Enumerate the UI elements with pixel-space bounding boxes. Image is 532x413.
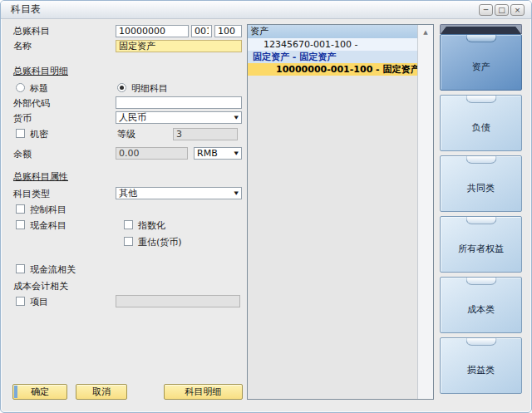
account-category-cabinet: 资产 负债 共同类 所有者权益 成本类 损益类	[440, 24, 522, 398]
drawer-label: 成本类	[441, 303, 521, 316]
control-account-checkbox[interactable]	[16, 204, 25, 214]
balance-currency-value: RMB	[197, 148, 218, 159]
tree-header-assets[interactable]: 资产	[248, 25, 417, 38]
external-code-input[interactable]	[116, 96, 242, 109]
level-label: 等级	[117, 129, 135, 140]
drawer-handle-icon	[466, 96, 496, 103]
tree-row[interactable]: 固定资产 - 固定资产	[248, 51, 417, 63]
close-icon[interactable]: ×	[510, 4, 525, 16]
confidential-checkbox[interactable]	[16, 129, 25, 138]
tree-row-selected[interactable]: 10000000-001-100 - 固定资产	[248, 63, 417, 76]
cash-account-label[interactable]: 现金科目	[30, 220, 66, 231]
gl-account-segment2-input[interactable]	[214, 25, 242, 37]
dropdown-arrow-icon: ▼	[234, 149, 239, 157]
chart-of-accounts-window: 科目表 ─ □ × 总账科目 名称 总账科目明细 标题 明细科目 外部代码 货币…	[0, 0, 532, 413]
gl-account-code-input[interactable]	[116, 25, 189, 37]
drawer-label: 所有者权益	[441, 243, 521, 255]
minimize-icon[interactable]: ─	[479, 4, 493, 16]
drawer-label: 共同类	[441, 182, 521, 194]
name-label: 名称	[13, 41, 32, 52]
project-checkbox[interactable]	[16, 297, 25, 306]
drawer-label: 负债	[441, 121, 521, 134]
drawer-label: 损益类	[441, 364, 521, 376]
gl-account-label: 总账科目	[13, 26, 50, 37]
tree-scrollbar[interactable]: ▲	[417, 25, 433, 399]
balance-label: 余额	[13, 149, 32, 160]
drawer-assets[interactable]: 资产	[440, 34, 522, 91]
name-input[interactable]	[116, 40, 242, 52]
dropdown-arrow-icon: ▼	[234, 113, 239, 121]
account-details-button[interactable]: 科目明细	[164, 384, 243, 400]
drawer-handle-icon	[466, 338, 496, 346]
drawer-handle-icon	[466, 156, 496, 164]
details-section-title: 总账科目明细	[13, 66, 68, 76]
accounts-tree: 资产 12345670-001-100 - 固定资产 - 固定资产 100000…	[248, 25, 417, 399]
balance-currency-select[interactable]: RMB ▼	[194, 147, 242, 160]
maximize-icon[interactable]: □	[495, 4, 509, 16]
title-radio[interactable]	[16, 83, 25, 92]
account-type-label: 科目类型	[13, 189, 50, 199]
revaluation-checkbox[interactable]	[124, 237, 133, 246]
project-label[interactable]: 项目	[30, 297, 48, 307]
level-field: 3	[173, 128, 238, 140]
active-account-radio-label[interactable]: 明细科目	[131, 83, 168, 94]
active-account-radio[interactable]	[117, 83, 126, 92]
balance-field: 0.00	[116, 147, 188, 160]
control-account-label[interactable]: 控制科目	[30, 204, 66, 215]
currency-value: 人民币	[119, 112, 146, 123]
window-title: 科目表	[1, 2, 41, 17]
ok-button[interactable]: 确定	[12, 384, 67, 400]
dropdown-arrow-icon: ▼	[234, 189, 239, 197]
drawer-handle-icon	[466, 35, 496, 42]
gl-account-segment1-input[interactable]	[191, 25, 212, 37]
external-code-label: 外部代码	[13, 98, 50, 109]
revaluation-label[interactable]: 重估(货币)	[138, 237, 182, 248]
currency-label: 货币	[13, 113, 32, 124]
drawer-label: 资产	[441, 61, 521, 73]
account-type-value: 其他	[119, 188, 137, 199]
drawer-cost[interactable]: 成本类	[440, 277, 522, 333]
drawer-handle-icon	[466, 217, 496, 224]
project-field	[116, 295, 240, 307]
tree-row[interactable]: 12345670-001-100 -	[248, 38, 417, 51]
drawer-common[interactable]: 共同类	[440, 155, 522, 212]
title-radio-label[interactable]: 标题	[30, 83, 48, 94]
account-type-select[interactable]: 其他 ▼	[116, 187, 242, 199]
drawer-handle-icon	[466, 278, 496, 285]
drawer-equity[interactable]: 所有者权益	[440, 216, 522, 273]
accounts-tree-panel: 资产 12345670-001-100 - 固定资产 - 固定资产 100000…	[247, 24, 434, 400]
cancel-button[interactable]: 取消	[76, 384, 127, 400]
drawer-liabilities[interactable]: 负债	[440, 95, 522, 151]
scroll-up-icon[interactable]: ▲	[418, 25, 433, 36]
indexed-checkbox[interactable]	[124, 220, 133, 229]
properties-section-title: 总账科目属性	[13, 171, 68, 182]
cash-account-checkbox[interactable]	[16, 220, 25, 229]
window-controls: ─ □ ×	[479, 4, 531, 16]
currency-select[interactable]: 人民币 ▼	[116, 111, 242, 124]
confidential-label[interactable]: 机密	[30, 129, 48, 140]
cost-accounting-label: 成本会计相关	[13, 281, 68, 292]
cabinet-top	[440, 24, 522, 34]
cash-flow-label[interactable]: 现金流相关	[30, 264, 76, 275]
cash-flow-checkbox[interactable]	[16, 264, 25, 273]
title-bar: 科目表 ─ □ ×	[1, 1, 531, 19]
drawer-profit-loss[interactable]: 损益类	[440, 337, 522, 394]
indexed-label[interactable]: 指数化	[138, 220, 165, 231]
